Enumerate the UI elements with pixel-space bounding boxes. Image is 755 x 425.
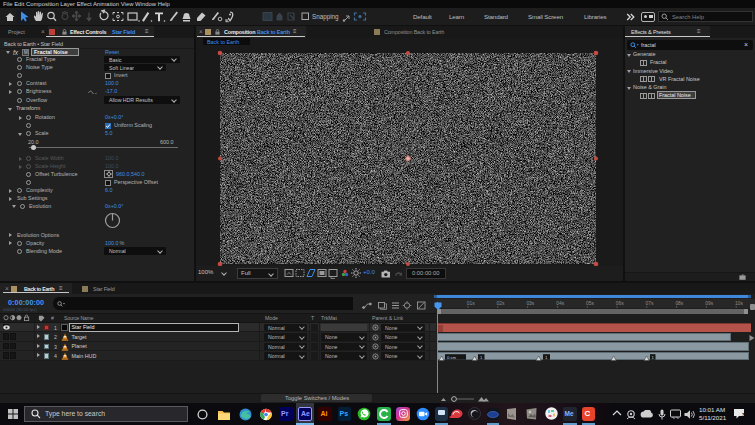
svg-text:0 cm: 0 cm (447, 354, 457, 359)
svg-text:07s: 07s (646, 301, 654, 306)
svg-text:02s: 02s (497, 301, 505, 306)
svg-text:TrkMat: TrkMat (321, 315, 338, 321)
svg-text:Source Name: Source Name (64, 315, 94, 321)
svg-text:Parent & Link: Parent & Link (372, 315, 404, 321)
svg-text:03s: 03s (526, 301, 534, 306)
svg-text:04s: 04s (556, 301, 564, 306)
svg-text:01s: 01s (467, 301, 475, 306)
svg-text:T: T (311, 315, 315, 321)
svg-text:06s: 06s (616, 301, 624, 306)
svg-text:05s: 05s (586, 301, 594, 306)
svg-text:#: # (51, 315, 54, 321)
svg-text:Snapping: Snapping (312, 13, 339, 21)
svg-text:Mode: Mode (265, 315, 278, 321)
svg-text:08s: 08s (675, 301, 683, 306)
svg-text:09s: 09s (705, 301, 713, 306)
svg-text:10s: 10s (735, 301, 743, 306)
